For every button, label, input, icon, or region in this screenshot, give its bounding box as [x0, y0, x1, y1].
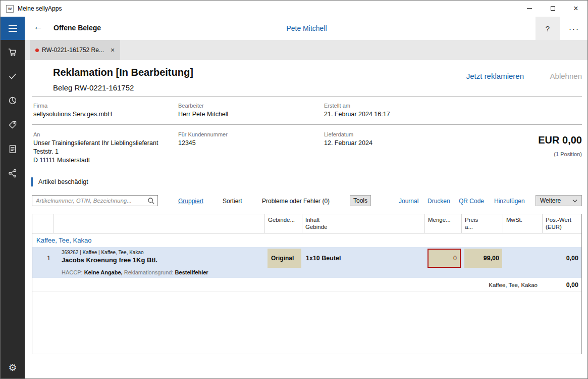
tag-icon	[8, 120, 18, 130]
tab-bar: RW-0221-161752 Re... ×	[25, 40, 588, 60]
field-kundennummer[interactable]: Für Kundennummer 12345	[178, 131, 228, 148]
field-firma[interactable]: Firma sellysolutions Serv.ges.mbH	[33, 103, 112, 119]
tab-reklamation[interactable]: RW-0221-161752 Re... ×	[30, 40, 120, 60]
reklamationsgrund-value: Bestellfehler	[175, 269, 208, 275]
field-value: 21. Februar 2024 16:17	[324, 110, 390, 119]
current-user-link[interactable]: Pete Mitchell	[25, 24, 588, 32]
field-lieferdatum[interactable]: Lieferdatum 12. Februar 2024	[324, 131, 372, 148]
hinzufuegen-link[interactable]: Hinzufügen	[494, 198, 525, 205]
preis-input-cell[interactable]: 99,00	[464, 249, 502, 268]
haccp-value: Keine Angabe,	[84, 269, 123, 275]
pie-chart-icon	[8, 96, 18, 106]
sidebar: ⚙	[1, 17, 25, 379]
col-header-article	[54, 214, 265, 233]
weitere-label: Weitere	[540, 197, 561, 204]
col-header-wert[interactable]: Pos.-Wert (EUR)	[543, 214, 582, 233]
field-label: Firma	[33, 103, 112, 109]
tools-button[interactable]: Tools	[350, 195, 371, 206]
group-summary-row: Kaffee, Tee, Kakao 0,00	[32, 278, 581, 292]
table-header-row: Gebinde... Inhalt Gebinde Menge... Preis…	[32, 214, 581, 233]
menge-input-cell[interactable]: 0	[427, 249, 461, 268]
qr-code-link[interactable]: QR Code	[459, 198, 484, 205]
article-description: 369262 | Kaffee | Kaffee, Tee, Kakao Jac…	[54, 247, 265, 269]
position-value-cell: 0,00	[543, 247, 582, 269]
field-label: Bearbeiter	[178, 103, 228, 109]
app-window: W Meine sellyApps ×	[0, 0, 588, 379]
note-text: Artikel beschädigt	[38, 178, 88, 185]
field-erstellt-am: Erstellt am 21. Februar 2024 16:17	[324, 103, 390, 119]
ablehnen-link[interactable]: Ablehnen	[550, 72, 582, 80]
sidebar-item-share[interactable]	[1, 161, 25, 185]
document-number: Beleg RW-0221-161752	[53, 83, 134, 92]
settings-button[interactable]: ⚙	[1, 356, 25, 378]
drucken-link[interactable]: Drucken	[427, 198, 450, 205]
group-header: Kaffee, Tee, Kakao	[32, 233, 581, 247]
position-count: (1 Position)	[554, 151, 582, 157]
article-meta: 369262 | Kaffee | Kaffee, Tee, Kakao	[62, 250, 265, 255]
summary-value: 0,00	[566, 281, 578, 289]
note-accent-bar	[31, 177, 33, 186]
more-options-button[interactable]: ···	[560, 17, 588, 40]
search-input[interactable]	[32, 198, 147, 204]
chevron-down-icon	[572, 199, 577, 203]
field-value: 12. Februar 2024	[324, 139, 372, 148]
col-header-menge[interactable]: Menge...	[425, 214, 462, 233]
positions-table: Gebinde... Inhalt Gebinde Menge... Preis…	[32, 214, 582, 354]
title-bar: W Meine sellyApps ×	[1, 1, 587, 17]
col-header-mwst[interactable]: MwSt.	[503, 214, 543, 233]
hamburger-icon	[9, 25, 17, 26]
field-an[interactable]: An Unser Trainingslieferant Ihr Liebling…	[33, 131, 158, 165]
journal-link[interactable]: Journal	[399, 198, 418, 205]
app-header: ← Offene Belege Pete Mitchell ? ···	[25, 17, 588, 40]
inhalt-cell: 1x10 Beutel	[302, 247, 425, 269]
gruppiert-toggle[interactable]: Gruppiert	[178, 198, 203, 205]
table-row[interactable]: 1 369262 | Kaffee | Kaffee, Tee, Kakao J…	[32, 247, 581, 278]
field-label: Erstellt am	[324, 103, 390, 109]
minimize-icon	[527, 8, 532, 9]
sidebar-item-cart[interactable]	[1, 40, 25, 64]
col-header-inhalt[interactable]: Inhalt Gebinde	[302, 214, 425, 233]
article-search	[32, 195, 158, 206]
gebinde-cell[interactable]: Original	[268, 249, 301, 268]
sidebar-item-documents[interactable]	[1, 137, 25, 161]
field-label: An	[33, 131, 158, 137]
col-header-gebinde[interactable]: Gebinde...	[265, 214, 302, 233]
sidebar-item-prices[interactable]	[1, 113, 25, 137]
search-icon	[147, 197, 155, 205]
col-header-preis[interactable]: Preis a...	[462, 214, 503, 233]
field-value: sellysolutions Serv.ges.mbH	[33, 110, 112, 119]
help-icon: ?	[546, 24, 550, 33]
reklamationsgrund-label: Reklamationsgrund:	[124, 269, 174, 275]
probleme-filter[interactable]: Probleme oder Fehler (0)	[262, 198, 330, 205]
maximize-button[interactable]	[541, 1, 564, 16]
minimize-button[interactable]	[518, 1, 541, 16]
field-value: 12345	[178, 139, 228, 148]
unsaved-dot-icon	[35, 49, 39, 52]
help-button[interactable]: ?	[536, 17, 560, 40]
window-controls: ×	[518, 1, 587, 17]
ellipsis-icon: ···	[569, 24, 579, 33]
close-icon: ×	[573, 5, 578, 13]
main-content: Reklamation [In Bearbeitung] Jetzt rekla…	[25, 60, 588, 379]
field-value: Unser Trainingslieferant Ihr Lieblingsli…	[33, 139, 158, 165]
summary-group-label: Kaffee, Tee, Kakao	[489, 282, 538, 288]
field-bearbeiter[interactable]: Bearbeiter Herr Pete Mitchell	[178, 103, 228, 119]
sortiert-toggle[interactable]: Sortiert	[223, 198, 242, 205]
jetzt-reklamieren-link[interactable]: Jetzt reklamieren	[466, 72, 524, 80]
window-title: Meine sellyApps	[18, 5, 62, 12]
field-label: Für Kundennummer	[178, 131, 228, 137]
complaint-note: Artikel beschädigt	[31, 177, 88, 186]
document-title: Reklamation [In Bearbeitung]	[53, 67, 193, 78]
divider	[32, 124, 582, 125]
row-number: 1	[32, 247, 54, 269]
sidebar-item-tasks[interactable]	[1, 64, 25, 88]
sidebar-item-statistics[interactable]	[1, 88, 25, 113]
app-logo-icon: W	[6, 5, 14, 13]
divider	[32, 96, 582, 97]
weitere-dropdown[interactable]: Weitere	[536, 195, 582, 206]
close-button[interactable]: ×	[564, 1, 587, 16]
document-list-icon	[8, 144, 18, 154]
tab-close-icon[interactable]: ×	[111, 46, 115, 54]
hamburger-menu-button[interactable]	[1, 17, 25, 40]
check-icon	[8, 71, 18, 81]
